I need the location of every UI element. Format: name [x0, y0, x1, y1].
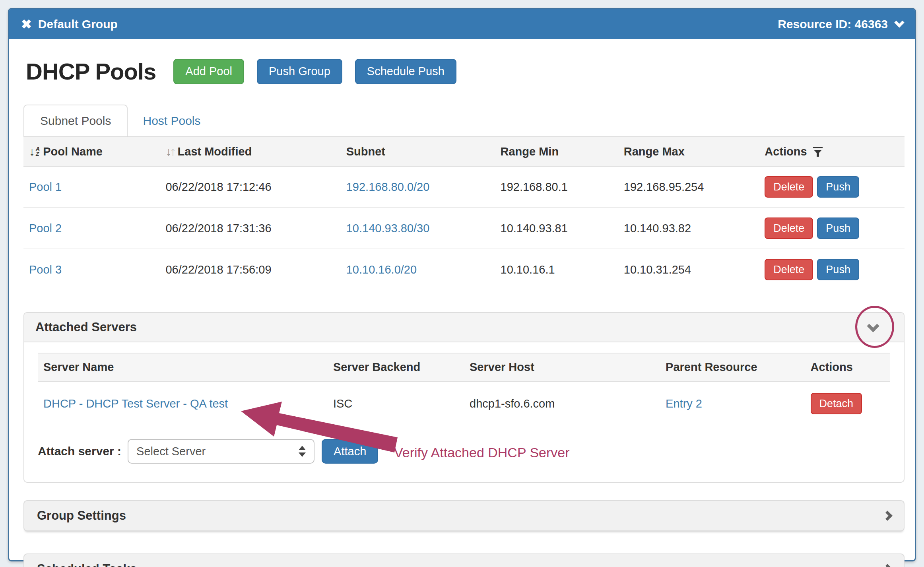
server-select-value: Select Server: [136, 445, 206, 458]
push-button[interactable]: Push: [817, 176, 859, 198]
chevron-down-icon[interactable]: [894, 17, 904, 27]
column-parent-resource: Parent Resource: [660, 353, 805, 381]
subnet-link[interactable]: 192.168.80.0/20: [346, 181, 430, 193]
subnet-link[interactable]: 10.10.16.0/20: [346, 263, 417, 276]
last-modified-value: 06/22/2018 17:12:46: [160, 166, 340, 208]
scheduled-tasks-panel[interactable]: Scheduled Tasks: [23, 553, 905, 567]
last-modified-value: 06/22/2018 17:56:09: [160, 249, 340, 290]
server-backend-value: ISC: [328, 381, 464, 420]
card-title-bar: ✖ Default Group Resource ID: 46363: [9, 9, 915, 39]
push-button[interactable]: Push: [817, 259, 859, 280]
column-range-max: Range Max: [618, 137, 759, 166]
attached-servers-header[interactable]: Attached Servers: [24, 313, 904, 342]
server-link[interactable]: DHCP - DHCP Test Server - QA test: [43, 397, 228, 410]
chevron-right-icon: [882, 511, 892, 520]
range-min-value: 192.168.80.1: [495, 166, 618, 208]
column-server-host: Server Host: [464, 353, 660, 381]
delete-button[interactable]: Delete: [765, 259, 813, 280]
resource-id-label: Resource ID: 46363: [778, 17, 888, 31]
close-icon[interactable]: ✖: [21, 18, 32, 31]
pool-link[interactable]: Pool 3: [29, 263, 62, 276]
page-title: DHCP Pools: [26, 58, 156, 85]
delete-button[interactable]: Delete: [765, 217, 813, 239]
range-max-value: 192.168.95.254: [618, 166, 759, 208]
column-server-actions: Actions: [805, 353, 890, 381]
table-row: Pool 3 06/22/2018 17:56:09 10.10.16.0/20…: [23, 249, 905, 290]
filter-icon[interactable]: [813, 146, 823, 157]
table-row: Pool 2 06/22/2018 17:31:36 10.140.93.80/…: [23, 208, 905, 249]
tab-subnet-pools[interactable]: Subnet Pools: [23, 105, 128, 136]
pools-tabs: Subnet Pools Host Pools: [23, 105, 905, 136]
attach-button[interactable]: Attach: [322, 439, 378, 464]
add-pool-button[interactable]: Add Pool: [173, 59, 244, 84]
column-last-modified[interactable]: ↓↑ Last Modified: [160, 137, 340, 166]
group-title: Default Group: [38, 17, 118, 31]
table-row: DHCP - DHCP Test Server - QA test ISC dh…: [38, 381, 890, 420]
servers-header-row: Server Name Server Backend Server Host P…: [38, 353, 890, 381]
detach-button[interactable]: Detach: [811, 393, 862, 414]
column-subnet: Subnet: [341, 137, 495, 166]
server-select[interactable]: Select Server: [128, 439, 314, 464]
sort-alphabetical-icon[interactable]: ↓ AZ: [29, 145, 40, 158]
attach-server-label: Attach server :: [38, 445, 121, 458]
range-min-value: 10.10.16.1: [495, 249, 618, 290]
tab-host-pools[interactable]: Host Pools: [128, 105, 215, 136]
delete-button[interactable]: Delete: [765, 176, 813, 198]
column-range-min: Range Min: [495, 137, 618, 166]
attached-servers-panel: Attached Servers Server Name Server Back…: [23, 312, 905, 483]
sort-icon[interactable]: ↓↑: [165, 145, 174, 158]
scheduled-tasks-title: Scheduled Tasks: [37, 562, 137, 567]
push-button[interactable]: Push: [817, 217, 859, 239]
group-settings-title: Group Settings: [37, 509, 126, 523]
column-pool-name[interactable]: ↓ AZ Pool Name: [23, 137, 160, 166]
pool-link[interactable]: Pool 1: [29, 181, 62, 193]
default-group-card: ✖ Default Group Resource ID: 46363 DHCP …: [8, 8, 916, 561]
range-min-value: 10.140.93.81: [495, 208, 618, 249]
parent-resource-link[interactable]: Entry 2: [666, 397, 702, 410]
attached-servers-table: Server Name Server Backend Server Host P…: [38, 353, 890, 420]
column-actions: Actions: [759, 137, 905, 166]
pools-header-row: ↓ AZ Pool Name ↓↑ Last Modified: [23, 137, 905, 166]
column-server-name: Server Name: [38, 353, 328, 381]
range-max-value: 10.140.93.82: [618, 208, 759, 249]
schedule-push-button[interactable]: Schedule Push: [355, 59, 456, 84]
subnet-link[interactable]: 10.140.93.80/30: [346, 222, 430, 235]
attached-servers-title: Attached Servers: [35, 320, 137, 334]
server-host-value: dhcp1-sfo.6.com: [464, 381, 660, 420]
last-modified-value: 06/22/2018 17:31:36: [160, 208, 340, 249]
group-settings-panel[interactable]: Group Settings: [23, 500, 905, 531]
collapse-chevron-down-icon[interactable]: [867, 320, 879, 332]
range-max-value: 10.10.31.254: [618, 249, 759, 290]
select-arrows-icon: [299, 446, 306, 457]
subnet-pools-table: ↓ AZ Pool Name ↓↑ Last Modified: [23, 136, 905, 290]
pool-link[interactable]: Pool 2: [29, 222, 62, 235]
chevron-right-icon: [882, 564, 892, 567]
table-row: Pool 1 06/22/2018 17:12:46 192.168.80.0/…: [23, 166, 905, 208]
column-server-backend: Server Backend: [328, 353, 464, 381]
push-group-button[interactable]: Push Group: [257, 59, 342, 84]
